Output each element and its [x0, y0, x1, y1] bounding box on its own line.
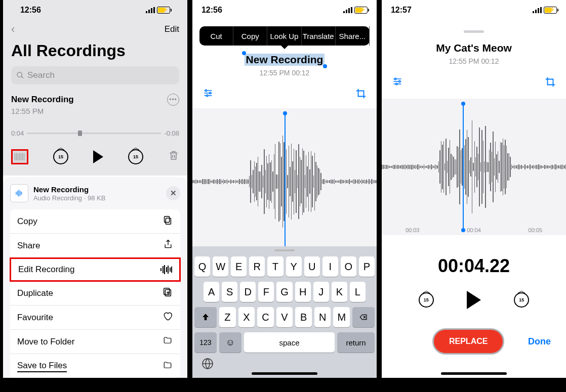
svg-rect-1 — [17, 191, 18, 195]
waveform-view[interactable] — [192, 108, 377, 255]
key-v[interactable]: V — [276, 307, 293, 327]
return-key[interactable]: return — [337, 332, 375, 353]
crop-icon[interactable] — [355, 88, 367, 101]
skip-forward-button[interactable]: 15 — [128, 149, 143, 164]
key-p[interactable]: P — [359, 256, 375, 277]
svg-rect-0 — [16, 192, 16, 194]
menu-lookup[interactable]: Look Up — [267, 26, 301, 46]
recording-subtitle: 12:55 PM 00:12 — [192, 69, 377, 77]
key-x[interactable]: X — [238, 307, 255, 327]
key-t[interactable]: T — [267, 256, 283, 277]
key-l[interactable]: L — [350, 282, 366, 302]
globe-icon[interactable] — [194, 358, 375, 373]
svg-rect-6 — [165, 216, 170, 223]
sheet-edit-recording[interactable]: Edit Recording — [10, 257, 181, 282]
page-title: All Recordings — [11, 41, 179, 60]
sheet-move[interactable]: Move to Folder — [10, 330, 180, 354]
crop-icon[interactable] — [545, 76, 556, 90]
skip-back-button[interactable]: 15 — [419, 292, 434, 308]
screen-all-recordings: 12:56 ⚡ ‹ Edit All Recordings Search New… — [3, 0, 187, 378]
sheet-title: New Recording — [33, 185, 105, 194]
key-y[interactable]: Y — [286, 256, 302, 277]
text-context-menu: Cut Copy Look Up Translate Share... — [199, 26, 370, 46]
back-chevron-icon[interactable]: ‹ — [11, 23, 15, 36]
key-i[interactable]: I — [322, 256, 338, 277]
done-button[interactable]: Done — [528, 336, 551, 347]
svg-rect-8 — [164, 288, 170, 295]
time-ruler: 00:03 00:04 00:05 — [382, 227, 566, 233]
close-button[interactable]: ✕ — [166, 186, 180, 200]
playhead[interactable] — [285, 113, 286, 250]
key-k[interactable]: K — [332, 282, 347, 302]
key-f[interactable]: F — [258, 282, 274, 302]
search-icon — [16, 71, 24, 79]
settings-slider-icon[interactable] — [203, 88, 214, 101]
key-d[interactable]: D — [240, 282, 256, 302]
play-button[interactable] — [93, 150, 103, 163]
key-g[interactable]: G — [276, 282, 292, 302]
status-bar: 12:57 ⚡ — [382, 0, 566, 20]
key-q[interactable]: Q — [194, 256, 210, 277]
menu-share[interactable]: Share... — [336, 26, 370, 46]
sheet-save[interactable]: Save to Files — [10, 354, 180, 378]
settings-slider-icon[interactable] — [392, 76, 403, 90]
recording-title-input[interactable]: New Recording — [245, 54, 325, 66]
sheet-handle[interactable] — [464, 30, 484, 33]
sheet-share[interactable]: Share — [10, 234, 180, 258]
replace-button[interactable]: REPLACE — [432, 328, 504, 355]
key-e[interactable]: E — [231, 256, 247, 277]
waveform-icon — [160, 265, 172, 274]
home-indicator[interactable] — [441, 372, 507, 375]
battery-icon: ⚡ — [354, 7, 368, 14]
status-time: 12:56 — [201, 6, 222, 15]
svg-rect-3 — [20, 191, 20, 195]
search-input[interactable]: Search — [11, 66, 179, 84]
key-c[interactable]: C — [257, 307, 274, 327]
recording-title[interactable]: My Cat's Meow — [382, 42, 566, 54]
key-a[interactable]: A — [204, 282, 219, 302]
playhead[interactable] — [463, 104, 464, 230]
sheet-copy[interactable]: Copy — [10, 209, 180, 234]
waveform-view[interactable]: 00:03 00:04 00:05 — [382, 99, 566, 235]
key-w[interactable]: W — [213, 256, 228, 277]
home-indicator[interactable] — [252, 372, 317, 375]
key-j[interactable]: J — [313, 282, 329, 302]
backspace-key[interactable] — [352, 307, 375, 327]
scrubber[interactable]: 0:04 -0:08 — [11, 129, 179, 137]
recording-item[interactable]: New Recording ••• 12:55 PM 0:04 -0:08 15… — [11, 92, 179, 176]
menu-copy[interactable]: Copy — [233, 26, 267, 46]
more-icon[interactable]: ••• — [167, 94, 179, 106]
status-time: 12:56 — [20, 6, 41, 15]
status-bar: 12:56 ⚡ — [11, 0, 179, 20]
battery-icon: ⚡ — [544, 7, 557, 14]
key-h[interactable]: H — [295, 282, 311, 302]
svg-point-13 — [394, 78, 396, 79]
space-key[interactable]: space — [244, 332, 335, 353]
trash-icon[interactable] — [168, 149, 179, 164]
edit-button[interactable]: Edit — [165, 24, 179, 34]
battery-icon: ⚡ — [157, 7, 170, 14]
sheet-favourite[interactable]: Favourite — [10, 306, 180, 330]
skip-forward-button[interactable]: 15 — [514, 292, 529, 308]
shift-key[interactable] — [194, 307, 217, 327]
svg-point-10 — [209, 92, 211, 94]
key-u[interactable]: U — [304, 256, 320, 277]
sheet-duplicate[interactable]: Duplicate — [10, 281, 180, 306]
waveform-button[interactable] — [11, 149, 28, 164]
key-o[interactable]: O — [341, 256, 356, 277]
status-time: 12:57 — [391, 6, 412, 15]
emoji-key[interactable]: ☺ — [219, 332, 241, 353]
play-button[interactable] — [467, 291, 481, 309]
key-r[interactable]: R — [249, 256, 265, 277]
scrub-position: 0:04 — [11, 129, 24, 137]
menu-translate[interactable]: Translate — [302, 26, 336, 46]
key-b[interactable]: B — [295, 307, 312, 327]
numbers-key[interactable]: 123 — [194, 332, 217, 353]
skip-back-button[interactable]: 15 — [53, 149, 68, 164]
key-m[interactable]: M — [333, 307, 350, 327]
menu-cut[interactable]: Cut — [199, 26, 233, 46]
key-s[interactable]: S — [222, 282, 237, 302]
heart-icon — [162, 311, 173, 324]
key-n[interactable]: N — [314, 307, 331, 327]
key-z[interactable]: Z — [219, 307, 236, 327]
